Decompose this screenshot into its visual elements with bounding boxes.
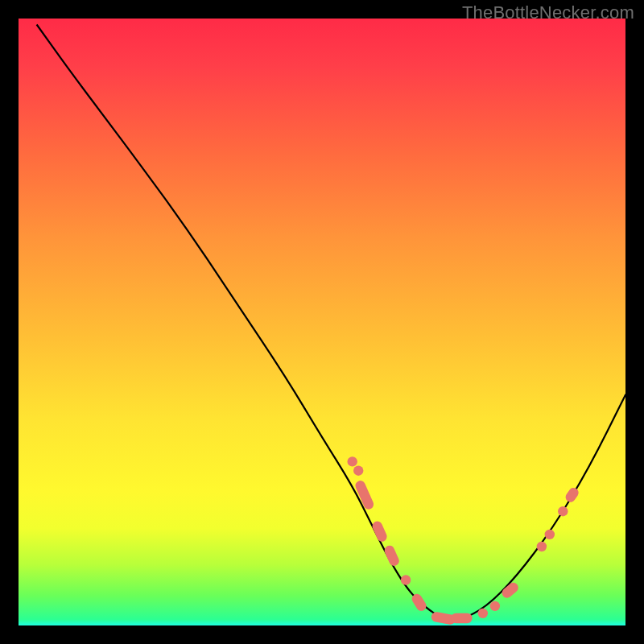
curve-marker-dot [545, 530, 555, 539]
curve-marker-pill [564, 486, 580, 505]
curve-marker-dot [490, 601, 500, 611]
chart-plot-area [19, 19, 625, 625]
curve-marker-pill [451, 613, 472, 623]
curve-markers [348, 456, 581, 625]
curve-marker-dot [558, 506, 568, 516]
curve-marker-dot [478, 609, 488, 618]
curve-marker-dot [348, 456, 357, 466]
bottleneck-curve [37, 25, 625, 620]
curve-marker-pill [371, 520, 389, 543]
curve-marker-pill [383, 544, 401, 568]
curve-marker-dot [537, 542, 547, 551]
watermark-text: TheBottleNecker.com [462, 2, 634, 23]
curve-marker-dot [353, 466, 363, 476]
chart-svg [19, 19, 625, 625]
curve-marker-dot [401, 575, 411, 584]
